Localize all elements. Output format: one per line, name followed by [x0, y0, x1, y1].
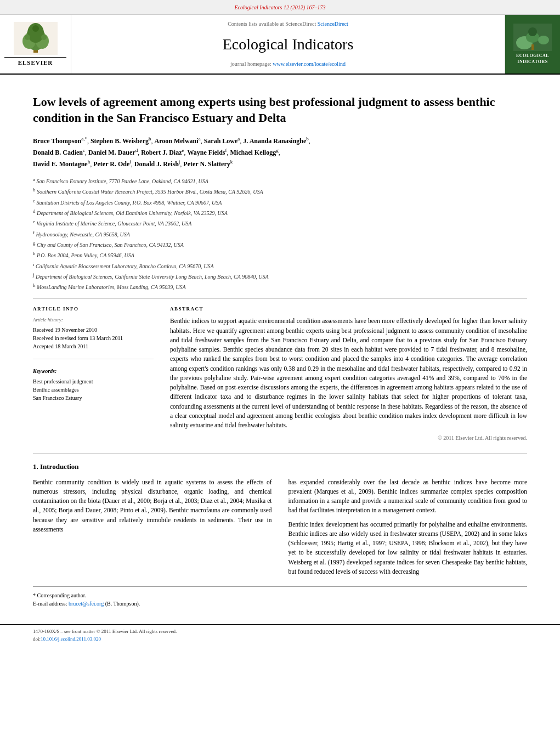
- corr-note: * Corresponding author. E-mail address: …: [33, 586, 527, 608]
- affiliation-e: e Virginia Institute of Marine Science, …: [33, 218, 527, 228]
- authors: Bruce Thompsona,*, Stephen B. Weisbergb,…: [33, 135, 527, 170]
- intro-section: 1. Introduction Benthic community condit…: [33, 462, 527, 581]
- elsevier-tree-image: [14, 22, 58, 55]
- affiliation-g: g City and County of San Francisco, San …: [33, 240, 527, 249]
- main-divider: [33, 453, 527, 454]
- intro-right-para2: Benthic index development has occurred p…: [289, 520, 528, 577]
- abstract-copyright: © 2011 Elsevier Ltd. All rights reserved…: [170, 434, 527, 442]
- abstract-label: ABSTRACT: [170, 306, 527, 313]
- intro-body: Benthic community condition is widely us…: [33, 478, 527, 581]
- eco-logo-text: ECOLOGICAL INDICATORS: [510, 53, 556, 65]
- affiliation-k: k MossLanding Marine Laboratories, Moss …: [33, 282, 527, 291]
- svg-point-6: [25, 35, 30, 40]
- intro-right-col: has expanded considerably over the last …: [289, 478, 528, 581]
- elsevier-brand: ELSEVIER: [4, 57, 66, 67]
- author-cadien: Donald B. Cadien: [33, 149, 83, 156]
- author-montagne: David E. Montagne: [33, 160, 88, 168]
- corr-email: E-mail address: brucet@sfei.org (B. Thom…: [33, 599, 527, 608]
- article-info-label: ARTICLE INFO: [33, 306, 154, 313]
- author-slattery: Peter N. Slattery: [183, 160, 230, 168]
- author-fields: Wayne Fields: [188, 149, 225, 156]
- keywords-section: Keywords: Best professional judgment Ben…: [33, 367, 154, 402]
- footer-license: 1470-160X/$ – see front matter © 2011 El…: [33, 628, 527, 636]
- abstract-text: Benthic indices to support aquatic envir…: [170, 316, 527, 430]
- sciencedirect-url[interactable]: ScienceDirect: [318, 21, 348, 27]
- article-info-abstract: ARTICLE INFO Article history: Received 1…: [33, 306, 527, 443]
- author-dauer: Daniel M. Dauer: [88, 149, 135, 156]
- corr-email-link[interactable]: brucet@sfei.org: [69, 601, 104, 607]
- keywords-label: Keywords:: [33, 367, 154, 375]
- doi-link[interactable]: 10.1016/j.ecolind.2011.03.020: [41, 636, 101, 642]
- affiliation-c: c Sanitation Districts of Los Angeles Co…: [33, 197, 527, 207]
- affiliation-b: b Southern California Coastal Water Rese…: [33, 186, 527, 196]
- journal-title-header: Ecological Indicators: [223, 33, 354, 55]
- received-revised-date: Received in revised form 13 March 2011: [33, 334, 154, 342]
- header-bar: Ecological Indicators 12 (2012) 167–173: [0, 0, 560, 15]
- intro-right-para1: has expanded considerably over the last …: [289, 478, 528, 516]
- affiliation-h: h P.O. Box 2004, Penn Valley, CA 95946, …: [33, 250, 527, 259]
- homepage-url[interactable]: www.elsevier.com/locate/ecolind: [273, 61, 346, 67]
- svg-point-13: [528, 27, 537, 36]
- accepted-date: Accepted 18 March 2011: [33, 342, 154, 350]
- info-divider: [33, 359, 154, 359]
- header-logos: ELSEVIER Contents lists available at Sci…: [0, 15, 560, 75]
- main-content: Low levels of agreement among experts us…: [0, 75, 560, 619]
- journal-homepage: journal homepage: www.elsevier.com/locat…: [230, 60, 346, 68]
- keyword-2: Benthic assemblages: [33, 386, 154, 394]
- journal-header: Contents lists available at ScienceDirec…: [71, 15, 505, 73]
- author-reish: Donald J. Reish: [134, 160, 179, 168]
- journal-right-logo: ECOLOGICAL INDICATORS: [505, 15, 560, 73]
- corr-email-suffix: (B. Thompson).: [105, 601, 140, 607]
- author-bruce: Bruce Thompson: [33, 137, 81, 145]
- page-footer: 1470-160X/$ – see front matter © 2011 El…: [0, 624, 560, 646]
- author-ranasinghe: J. Ananda Ranasinghe: [243, 137, 306, 145]
- article-info-col: ARTICLE INFO Article history: Received 1…: [33, 306, 154, 443]
- affiliation-d: d Department of Biological Sciences, Old…: [33, 208, 527, 217]
- page-wrapper: Ecological Indicators 12 (2012) 167–173: [0, 0, 560, 646]
- author-kellogg: Michael Kellogg: [230, 149, 276, 156]
- svg-point-7: [41, 35, 47, 40]
- sciencedirect-link: Contents lists available at ScienceDirec…: [228, 20, 348, 28]
- intro-heading: 1. Introduction: [33, 462, 527, 472]
- eco-image: [513, 24, 552, 51]
- article-history: Article history: Received 19 November 20…: [33, 316, 154, 350]
- history-label: Article history:: [33, 316, 154, 324]
- journal-ref: Ecological Indicators 12 (2012) 167–173: [234, 4, 325, 10]
- svg-rect-14: [531, 44, 534, 50]
- intro-left-col: Benthic community condition is widely us…: [33, 478, 272, 581]
- affiliation-f: f Hydronoology, Newcastle, CA 95658, USA: [33, 229, 527, 239]
- intro-left-para1: Benthic community condition is widely us…: [33, 478, 272, 535]
- author-diaz: Robert J. Diaz: [141, 149, 182, 156]
- footer-doi: doi:10.1016/j.ecolind.2011.03.020: [33, 636, 527, 643]
- received-date: Received 19 November 2010: [33, 326, 154, 334]
- article-title: Low levels of agreement among experts us…: [33, 94, 527, 126]
- keyword-1: Best professional judgment: [33, 377, 154, 386]
- affiliations: a San Francisco Estuary Institute, 7770 …: [33, 176, 527, 299]
- author-weisberg: Stephen B. Weisberg: [90, 137, 149, 145]
- author-lowe: Sarah Lowe: [204, 137, 238, 145]
- corr-author-star: * Corresponding author.: [33, 591, 527, 599]
- abstract-col: ABSTRACT Benthic indices to support aqua…: [170, 306, 527, 443]
- svg-point-12: [538, 36, 549, 44]
- affiliation-i: i California Aquatic Bioassessment Labor…: [33, 261, 527, 270]
- keyword-3: San Francisco Estuary: [33, 394, 154, 402]
- svg-point-8: [32, 25, 39, 32]
- elsevier-logo: ELSEVIER: [0, 15, 71, 73]
- author-melwani: Aroon Melwani: [155, 137, 199, 145]
- affiliation-j: j Department of Biological Sciences, Cal…: [33, 271, 527, 281]
- affiliation-a: a San Francisco Estuary Institute, 7770 …: [33, 176, 527, 185]
- author-ode: Peter R. Ode: [93, 160, 129, 168]
